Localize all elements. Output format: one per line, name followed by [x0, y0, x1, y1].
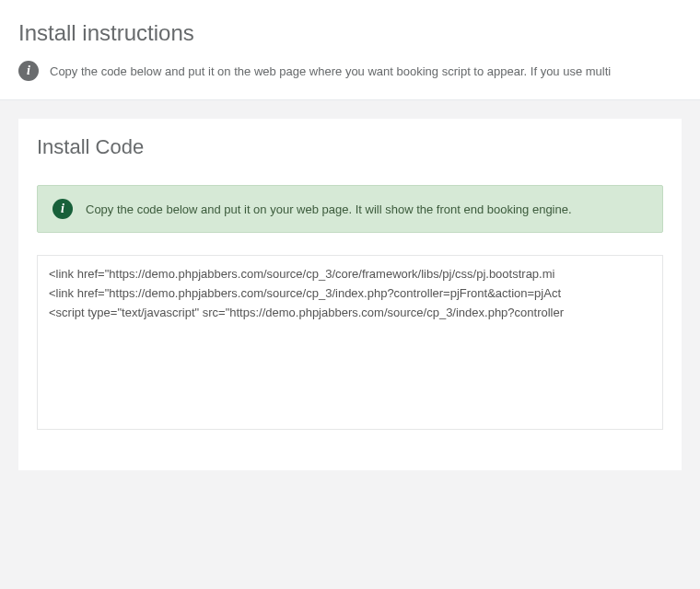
header-description-text: Copy the code below and put it on the we… — [50, 64, 611, 78]
header-section: Install instructions i Copy the code bel… — [0, 0, 700, 100]
info-icon: i — [52, 199, 73, 219]
alert-text: Copy the code below and put it on your w… — [86, 202, 572, 216]
header-description-row: i Copy the code below and put it on the … — [18, 61, 682, 81]
page-title: Install instructions — [18, 20, 682, 46]
panel-title: Install Code — [37, 135, 663, 159]
info-icon: i — [18, 61, 39, 81]
content-area: Install Code i Copy the code below and p… — [0, 100, 700, 489]
install-code-panel: Install Code i Copy the code below and p… — [18, 119, 682, 470]
alert-banner: i Copy the code below and put it on your… — [37, 185, 663, 233]
install-code-textarea[interactable] — [37, 255, 663, 430]
